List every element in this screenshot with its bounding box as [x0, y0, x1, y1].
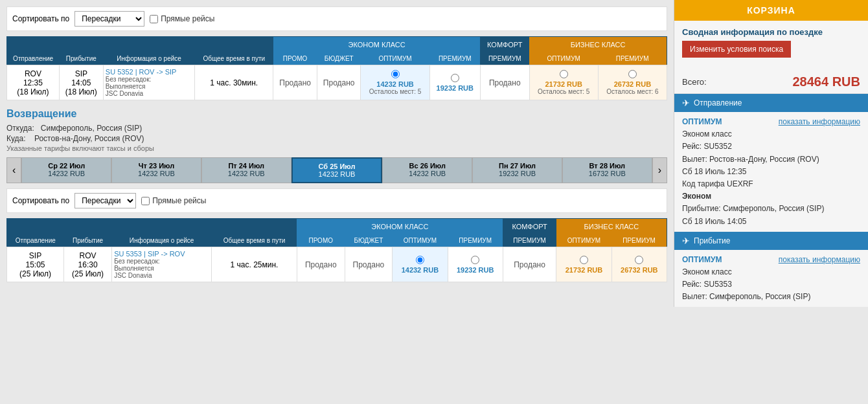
dep-optim[interactable]: 14232 RUB Осталось мест: 5 — [361, 65, 429, 100]
return-to: Куда: Ростов-на-Дону, Россия (ROV) — [6, 134, 667, 143]
departure-info-link[interactable]: показать информацию — [779, 116, 860, 128]
total-label: Всего: — [682, 77, 707, 87]
direct-flights-checkbox[interactable] — [150, 15, 158, 23]
dep-biz-optim-radio[interactable] — [560, 70, 568, 78]
ret-info: SU 5353 | SIP -> ROV Без пересадок: Выпо… — [112, 247, 212, 282]
return-section-title: Возвращение — [6, 108, 667, 120]
change-search-button[interactable]: Изменить условия поиска — [682, 41, 791, 58]
ret-budget[interactable]: Продано — [345, 247, 393, 282]
ret-biz-optim[interactable]: 21732 RUB — [556, 247, 611, 282]
return-komfort-header: КОМФОРТ — [503, 219, 556, 235]
sort-select-return[interactable]: Пересадки Цена — [74, 193, 136, 208]
ret-col-biz-premium: ПРЕМИУМ — [611, 234, 667, 247]
ret-duration: 1 час. 25мин. — [212, 247, 297, 282]
sort-label-return: Сортировать по — [12, 196, 69, 205]
ret-col-promo: ПРОМО — [297, 234, 345, 247]
sort-row-return: Сортировать по Пересадки Цена Прямые рей… — [6, 188, 667, 213]
sort-label: Сортировать по — [12, 14, 69, 23]
col-budget: БЮДЖЕТ — [317, 52, 361, 65]
ret-from: SIP 15:05 (25 Июл) — [7, 247, 64, 282]
date-cell-3[interactable]: Сб 25 Июл14232 RUB — [291, 157, 383, 183]
dep-duration: 1 час. 30мин. — [195, 65, 273, 100]
komfort-header: КОМФОРТ — [480, 37, 529, 53]
date-cell-0[interactable]: Ср 22 Июл14232 RUB — [21, 157, 111, 183]
col-komfort-premium: ПРЕМИУМ — [480, 52, 529, 65]
sidebar-arrival-section: ✈ Прибытие — [674, 232, 868, 250]
ret-col-optim: ОПТИМУМ — [393, 234, 448, 247]
dep-from: ROV 12:35 (18 Июл) — [7, 65, 60, 100]
plane-land-icon: ✈ — [682, 236, 690, 246]
plane-icon: ✈ — [682, 98, 690, 108]
date-cell-5[interactable]: Пн 27 Июл19232 RUB — [472, 157, 562, 183]
col-biz-optim: ОПТИМУМ — [529, 52, 598, 65]
ret-promo[interactable]: Продано — [297, 247, 345, 282]
sort-select-top[interactable]: Пересадки Цена Время в пути — [74, 11, 144, 27]
sidebar-departure-detail: ОПТИМУМ показать информацию Эконом класс… — [674, 112, 868, 232]
date-cell-6[interactable]: Вт 28 Июл16732 RUB — [562, 157, 652, 183]
col-promo: ПРОМО — [273, 52, 317, 65]
dep-budget[interactable]: Продано — [317, 65, 361, 100]
date-cell-4[interactable]: Вс 26 Июл14232 RUB — [382, 157, 472, 183]
total-row: Всего: 28464 RUB — [674, 71, 868, 94]
ret-biz-optim-radio[interactable] — [580, 256, 588, 264]
sidebar-header: КОРЗИНА — [674, 0, 868, 21]
sort-row-top: Сортировать по Пересадки Цена Время в пу… — [6, 6, 667, 31]
col-biz-premium: ПРЕМИУМ — [598, 52, 667, 65]
sidebar-arrival-detail: ОПТИМУМ показать информацию Эконом класс… — [674, 250, 868, 308]
dep-optim-radio[interactable] — [391, 70, 400, 78]
ekon-header: ЭКОНОМ КЛАСС — [273, 37, 481, 53]
date-navigation: ‹ Ср 22 Июл14232 RUBЧт 23 Июл14232 RUBПт… — [6, 157, 667, 183]
ret-optim-radio[interactable] — [416, 256, 424, 264]
ret-col-komfort-premium: ПРЕМИУМ — [503, 234, 556, 247]
dep-komfort[interactable]: Продано — [480, 65, 529, 100]
col-optim: ОПТИМУМ — [361, 52, 429, 65]
ret-premium[interactable]: 19232 RUB — [448, 247, 503, 282]
ret-col-departure: Отправление — [7, 234, 64, 247]
dep-premium-radio[interactable] — [451, 74, 459, 82]
biz-header: БИЗНЕС КЛАСС — [529, 37, 667, 53]
ret-komfort[interactable]: Продано — [503, 247, 556, 282]
dep-biz-premium[interactable]: 26732 RUB Осталось мест: 6 — [598, 65, 667, 100]
col-premium: ПРЕМИУМ — [429, 52, 480, 65]
date-cells: Ср 22 Июл14232 RUBЧт 23 Июл14232 RUBПт 2… — [21, 157, 652, 183]
return-biz-header: БИЗНЕС КЛАСС — [556, 219, 667, 235]
ret-col-duration: Общее время в пути — [212, 234, 297, 247]
departure-flight-table: ЭКОНОМ КЛАСС КОМФОРТ БИЗНЕС КЛАСС Отправ… — [6, 36, 667, 100]
col-departure: Отправление — [7, 52, 60, 65]
return-flight-table: ЭКОНОМ КЛАСС КОМФОРТ БИЗНЕС КЛАСС Отправ… — [6, 218, 667, 282]
return-row: SIP 15:05 (25 Июл) ROV 16:30 (25 Июл) SU… — [7, 247, 667, 282]
arrival-info-link[interactable]: показать информацию — [779, 254, 860, 266]
sidebar-summary-title: Сводная информация по поездке — [682, 27, 860, 37]
sidebar: КОРЗИНА Сводная информация по поездке Из… — [674, 0, 868, 307]
sidebar-departure-section: ✈ Отправление — [674, 94, 868, 112]
ret-col-info: Информация о рейсе — [112, 234, 212, 247]
date-prev-arrow[interactable]: ‹ — [6, 157, 21, 183]
ret-optim[interactable]: 14232 RUB — [393, 247, 448, 282]
direct-flights-return-checkbox[interactable] — [141, 197, 150, 205]
ret-to: ROV 16:30 (25 Июл) — [64, 247, 112, 282]
ret-col-premium: ПРЕМИУМ — [448, 234, 503, 247]
ret-col-budget: БЮДЖЕТ — [345, 234, 393, 247]
col-duration: Общее время в пути — [195, 52, 273, 65]
ret-biz-premium-radio[interactable] — [635, 256, 643, 264]
total-value: 28464 RUB — [792, 74, 860, 89]
col-info: Информация о рейсе — [103, 52, 194, 65]
dep-promo[interactable]: Продано — [273, 65, 317, 100]
date-cell-1[interactable]: Чт 23 Июл14232 RUB — [111, 157, 201, 183]
direct-flights-label[interactable]: Прямые рейсы — [150, 14, 214, 23]
return-from: Откуда: Симферополь, Россия (SIP) — [6, 124, 667, 133]
return-note: Указанные тарифы включают таксы и сборы — [6, 144, 667, 152]
dep-to: SIP 14:05 (18 Июл) — [59, 65, 103, 100]
col-arrival: Прибытие — [59, 52, 103, 65]
ret-biz-premium[interactable]: 26732 RUB — [611, 247, 667, 282]
dep-biz-premium-radio[interactable] — [628, 70, 637, 78]
dep-premium[interactable]: 19232 RUB — [429, 65, 480, 100]
ret-col-biz-optim: ОПТИМУМ — [556, 234, 611, 247]
return-ekon-header: ЭКОНОМ КЛАСС — [297, 219, 503, 235]
ret-premium-radio[interactable] — [471, 256, 479, 264]
dep-biz-optim[interactable]: 21732 RUB Осталось мест: 5 — [529, 65, 598, 100]
date-next-arrow[interactable]: › — [652, 157, 667, 183]
date-cell-2[interactable]: Пт 24 Июл14232 RUB — [201, 157, 291, 183]
direct-flights-return-label[interactable]: Прямые рейсы — [141, 196, 206, 205]
ret-col-arrival: Прибытие — [64, 234, 112, 247]
